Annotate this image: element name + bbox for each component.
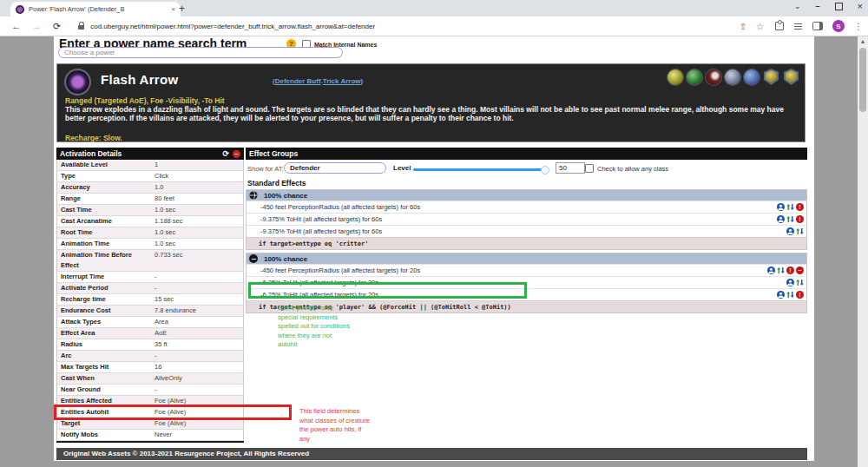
tab-close-icon[interactable]: × xyxy=(171,6,175,13)
site-favicon-icon xyxy=(16,5,24,14)
page-background: Enter a power name search term ? Match I… xyxy=(0,36,868,467)
padlock-icon[interactable] xyxy=(78,25,84,30)
activation-details-title: Activation Details xyxy=(60,148,222,160)
effect-row[interactable]: -9.375% ToHit (all affected targets) for… xyxy=(247,213,806,225)
table-row: Notify MobsNever xyxy=(56,430,244,441)
table-row: Cast Time1.0 sec xyxy=(56,205,244,216)
level-label: Level xyxy=(393,164,411,172)
table-row: Arc- xyxy=(56,351,244,362)
reload-button[interactable] xyxy=(53,21,61,32)
table-row: Available Level1 xyxy=(56,160,244,171)
power-header-panel: Flash Arrow (Defender Buff.Trick Arrow) … xyxy=(56,63,806,142)
page-content: Enter a power name search term ? Match I… xyxy=(54,36,814,461)
archetype-6-icon[interactable] xyxy=(763,69,779,85)
breadcrumb: (Defender Buff.Trick Arrow) xyxy=(273,77,363,85)
effect-group-header[interactable]: 100% chance xyxy=(247,190,806,201)
bookmark-star-icon[interactable] xyxy=(756,22,764,31)
power-icon xyxy=(65,69,90,95)
archetype-5-icon[interactable] xyxy=(744,69,760,85)
level-input[interactable] xyxy=(556,162,585,174)
swap-icon xyxy=(786,203,794,211)
user-icon xyxy=(777,203,785,211)
effect-row[interactable]: -450 feet PerceptionRadius (all affected… xyxy=(247,264,806,276)
back-button[interactable] xyxy=(11,21,21,31)
table-row: Near Ground- xyxy=(56,385,244,396)
effect-row[interactable]: -9.375% ToHit (all affected targets) for… xyxy=(247,225,806,237)
table-row: Root Time1.0 sec xyxy=(56,227,244,239)
profile-avatar[interactable]: S xyxy=(832,20,845,32)
archetype-icon-row xyxy=(667,69,799,85)
powerset-group-link[interactable]: Trick Arrow xyxy=(323,77,361,85)
site-footer: Original Web Assets © 2013-2021 Resurgen… xyxy=(56,448,807,460)
power-recharge: Recharge: Slow. xyxy=(65,134,122,142)
effect-row[interactable]: -450 feet PerceptionRadius (all affected… xyxy=(247,201,806,213)
browser-menu-icon[interactable] xyxy=(854,22,863,31)
archetype-7-icon[interactable] xyxy=(783,69,799,85)
table-row: Cast Arcanatime1.188 sec xyxy=(56,216,244,227)
power-tags: Ranged (Targeted AoE), Foe -Visibility, … xyxy=(65,96,225,105)
power-description: This arrow explodes in a dazzling flash … xyxy=(65,105,801,123)
address-bar[interactable]: cod.uberguy.net/html/power.html?power=de… xyxy=(90,23,729,30)
any-class-checkbox[interactable] xyxy=(585,164,594,173)
user-icon xyxy=(786,279,794,286)
tab-strip: Power 'Flash Arrow' (Defender_B × + xyxy=(0,0,868,16)
archetype-4-icon[interactable] xyxy=(725,69,740,85)
reading-list-icon[interactable] xyxy=(794,23,802,30)
alert-icon xyxy=(796,203,804,211)
swap-icon xyxy=(796,227,804,235)
table-row: Effect AreaAoE xyxy=(56,328,244,339)
minimize-button[interactable] xyxy=(816,2,820,10)
level-slider-handle[interactable] xyxy=(541,166,549,174)
extensions-icon[interactable] xyxy=(775,22,784,30)
any-class-label: Check to allow any class xyxy=(597,165,668,173)
table-row: Range80 feet xyxy=(56,194,244,205)
table-row: Max Targets Hit16 xyxy=(56,362,244,373)
red-annotation-box xyxy=(54,405,292,420)
restore-button[interactable] xyxy=(835,3,843,10)
user-icon xyxy=(767,266,775,274)
forward-button[interactable] xyxy=(32,21,42,31)
power-search-input[interactable] xyxy=(58,47,343,58)
red-annotation-note: This field determines what classes of cr… xyxy=(299,407,370,444)
swap-icon xyxy=(786,215,794,223)
tab-search-icon[interactable] xyxy=(794,2,801,10)
alert-icon xyxy=(796,215,804,223)
table-row: Endurance Cost7.8 endurance xyxy=(56,306,244,317)
browser-tab[interactable]: Power 'Flash Arrow' (Defender_B × xyxy=(10,2,181,16)
green-annotation-box xyxy=(248,282,527,299)
archetype-input[interactable] xyxy=(284,162,386,174)
close-window-button[interactable] xyxy=(858,1,863,11)
browser-toolbar: cod.uberguy.net/html/power.html?power=de… xyxy=(0,16,868,36)
scroll-up-icon[interactable]: ▲ xyxy=(858,38,868,44)
table-row: Animation Time Before Effect0.733 sec xyxy=(56,250,244,272)
new-tab-button[interactable]: + xyxy=(179,3,185,15)
chance-label: 100% chance xyxy=(264,192,307,200)
condition-row: if target>enttype eq 'critter' xyxy=(247,237,806,249)
power-name: Flash Arrow xyxy=(101,72,178,87)
table-row: Cast WhenAliveOnly xyxy=(56,373,244,385)
world-icon xyxy=(249,191,258,200)
page-scrollbar[interactable]: ▲ xyxy=(858,36,868,467)
table-row: TypeClick xyxy=(56,171,244,182)
alert-icon xyxy=(786,266,794,274)
level-slider[interactable] xyxy=(413,168,545,171)
scrollbar-thumb[interactable] xyxy=(859,48,866,112)
alert-icon xyxy=(796,291,804,299)
archetype-2-icon[interactable] xyxy=(687,69,702,85)
remove-icon[interactable] xyxy=(233,150,240,158)
swap-icon xyxy=(796,279,804,286)
effect-group-header[interactable]: 100% chance xyxy=(247,253,806,264)
user-icon xyxy=(777,291,785,299)
standard-effects-label: Standard Effects xyxy=(247,179,807,187)
side-panel-icon[interactable] xyxy=(812,22,823,30)
powerset-link[interactable]: Defender Buff xyxy=(275,77,321,85)
share-icon[interactable] xyxy=(740,22,746,31)
table-row: Recharge time15 sec xyxy=(56,294,244,306)
archetype-3-icon[interactable] xyxy=(706,69,721,85)
archetype-1-icon[interactable] xyxy=(667,69,683,85)
effect-groups-title: Effect Groups xyxy=(249,148,804,160)
chance-label: 100% chance xyxy=(264,255,307,263)
refresh-icon[interactable] xyxy=(222,148,229,160)
sphere-icon xyxy=(249,254,258,263)
table-row: Accuracy1.0 xyxy=(56,182,244,194)
